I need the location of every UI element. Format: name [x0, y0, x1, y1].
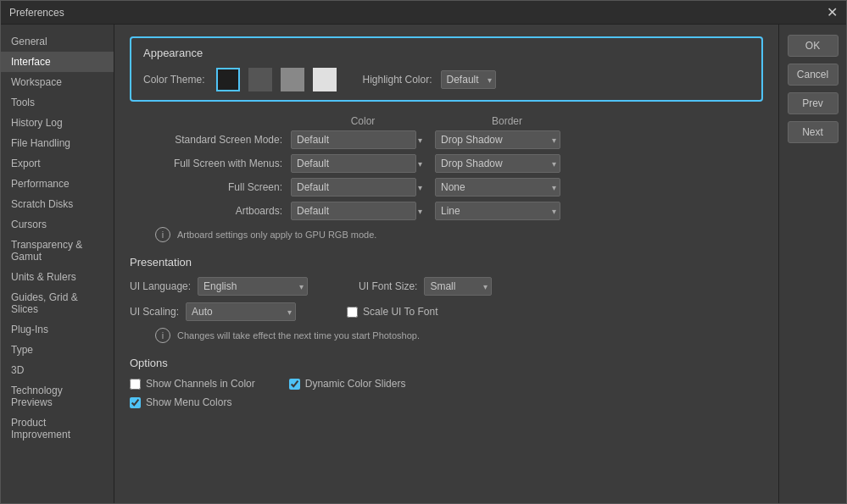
ab-border-select[interactable]: Line	[435, 202, 560, 220]
theme-swatch-light[interactable]	[313, 68, 337, 91]
artboard-info-text: Artboard settings only apply to GPU RGB …	[177, 230, 376, 240]
fsm-color-select[interactable]: Default	[291, 154, 416, 173]
sidebar: General Interface Workspace Tools Histor…	[1, 25, 114, 503]
sidebar-item-export[interactable]: Export	[1, 153, 114, 174]
sidebar-item-workspace[interactable]: Workspace	[1, 72, 114, 92]
row-label-standard: Standard Screen Mode:	[130, 134, 291, 146]
col-header-border: Border	[435, 115, 579, 127]
titlebar: Preferences ✕	[1, 1, 846, 25]
table-row: Full Screen with Menus: Default Drop Sha…	[130, 154, 763, 173]
fs-color-wrapper: Default	[291, 178, 426, 197]
close-button[interactable]: ✕	[827, 4, 838, 20]
ui-language-wrapper: English	[198, 277, 308, 296]
sidebar-item-type[interactable]: Type	[1, 340, 114, 360]
cancel-button[interactable]: Cancel	[788, 64, 839, 86]
dynamic-sliders-checkbox[interactable]	[289, 379, 300, 390]
scale-ui-label: Scale UI To Font	[363, 306, 438, 318]
fs-border-select[interactable]: None	[435, 178, 560, 197]
theme-swatch-mid-light[interactable]	[281, 68, 304, 91]
color-theme-label: Color Theme:	[143, 74, 204, 86]
fsm-border-select[interactable]: Drop Shadow	[435, 154, 560, 173]
sidebar-item-scratch-disks[interactable]: Scratch Disks	[1, 194, 114, 214]
theme-swatch-mid-dark[interactable]	[248, 68, 272, 91]
table-row: Artboards: Default Line	[130, 202, 763, 220]
row-label-fullscreen: Full Screen:	[130, 181, 291, 193]
dynamic-sliders-option: Dynamic Color Sliders	[289, 378, 406, 390]
fs-color-select[interactable]: Default	[291, 178, 416, 197]
ab-color-wrapper: Default	[291, 202, 426, 220]
ui-language-label: UI Language:	[130, 280, 191, 292]
show-channels-label: Show Channels in Color	[146, 378, 255, 390]
sidebar-item-units-rulers[interactable]: Units & Rulers	[1, 267, 114, 287]
ui-language-select[interactable]: English	[198, 277, 308, 296]
options-title: Options	[130, 357, 763, 369]
show-channels-checkbox[interactable]	[130, 379, 141, 390]
standard-border-select[interactable]: Drop Shadow	[435, 130, 560, 149]
sidebar-item-transparency-gamut[interactable]: Transparency & Gamut	[1, 235, 114, 267]
sidebar-item-history-log[interactable]: History Log	[1, 113, 114, 133]
fsm-color-wrapper: Default	[291, 154, 426, 173]
theme-swatch-dark[interactable]	[216, 68, 240, 91]
sidebar-item-file-handling[interactable]: File Handling	[1, 133, 114, 153]
standard-color-select[interactable]: Default	[291, 130, 416, 149]
presentation-section: Presentation UI Language: English UI Fon…	[130, 256, 763, 343]
sidebar-item-3d[interactable]: 3D	[1, 360, 114, 380]
window-title: Preferences	[9, 7, 64, 19]
presentation-info-icon: i	[155, 328, 170, 343]
sidebar-item-tech-previews[interactable]: Technology Previews	[1, 380, 114, 413]
sidebar-item-cursors[interactable]: Cursors	[1, 214, 114, 235]
sidebar-item-interface[interactable]: Interface	[1, 52, 114, 72]
artboard-info-row: i Artboard settings only apply to GPU RG…	[155, 227, 763, 242]
content-area: General Interface Workspace Tools Histor…	[1, 25, 846, 503]
highlight-color-select[interactable]: Default	[441, 70, 496, 89]
info-icon: i	[155, 227, 170, 242]
row-label-fullscreen-menus: Full Screen with Menus:	[130, 158, 291, 169]
sidebar-item-performance[interactable]: Performance	[1, 174, 114, 194]
scale-ui-checkbox[interactable]	[347, 307, 358, 318]
highlight-color-label: Highlight Color:	[362, 74, 432, 86]
screen-mode-section: Color Border Standard Screen Mode: Defau…	[130, 115, 763, 242]
options-row-2: Show Menu Colors	[130, 396, 763, 408]
col-header-color: Color	[291, 115, 435, 127]
main-content: Appearance Color Theme: Highlight Color:…	[114, 25, 778, 503]
sidebar-item-product-improvement[interactable]: Product Improvement	[1, 413, 114, 445]
fs-border-wrapper: None	[435, 178, 560, 197]
sidebar-item-general[interactable]: General	[1, 31, 114, 52]
appearance-title: Appearance	[143, 47, 749, 59]
options-row-1: Show Channels in Color Dynamic Color Sli…	[130, 378, 763, 390]
ab-color-select[interactable]: Default	[291, 202, 416, 220]
show-channels-option: Show Channels in Color	[130, 378, 255, 390]
preferences-window: Preferences ✕ General Interface Workspac…	[0, 0, 847, 504]
presentation-info-row: i Changes will take effect the next time…	[155, 328, 763, 343]
highlight-color-wrapper: Default	[441, 70, 496, 89]
color-theme-row: Color Theme: Highlight Color: Default	[143, 68, 749, 91]
sidebar-item-tools[interactable]: Tools	[1, 92, 114, 113]
row-label-artboards: Artboards:	[130, 205, 291, 217]
options-section: Options Show Channels in Color Dynamic C…	[130, 357, 763, 408]
dynamic-sliders-label: Dynamic Color Sliders	[305, 378, 406, 390]
ok-button[interactable]: OK	[788, 35, 839, 57]
table-header-row: Color Border	[130, 115, 763, 127]
ui-font-size-label: UI Font Size:	[359, 280, 417, 292]
sidebar-item-guides[interactable]: Guides, Grid & Slices	[1, 287, 114, 319]
fsm-border-wrapper: Drop Shadow	[435, 154, 560, 173]
ui-font-size-select[interactable]: Small	[424, 277, 492, 296]
show-menu-colors-option: Show Menu Colors	[130, 396, 231, 408]
standard-color-wrapper: Default	[291, 130, 426, 149]
show-menu-colors-checkbox[interactable]	[130, 397, 141, 408]
ui-scaling-wrapper: Auto	[186, 302, 296, 321]
prev-button[interactable]: Prev	[788, 92, 839, 114]
ui-font-size-wrapper: Small	[424, 277, 492, 296]
sidebar-item-plugins[interactable]: Plug-Ins	[1, 319, 114, 340]
ui-scaling-select[interactable]: Auto	[186, 302, 296, 321]
table-row: Full Screen: Default None	[130, 178, 763, 197]
presentation-info-text: Changes will take effect the next time y…	[177, 330, 420, 341]
show-menu-colors-label: Show Menu Colors	[146, 396, 231, 408]
ab-border-wrapper: Line	[435, 202, 560, 220]
standard-border-wrapper: Drop Shadow	[435, 130, 560, 149]
presentation-title: Presentation	[130, 256, 763, 269]
next-button[interactable]: Next	[788, 121, 839, 143]
table-row: Standard Screen Mode: Default Drop Shado…	[130, 130, 763, 149]
buttons-panel: OK Cancel Prev Next	[778, 25, 846, 503]
appearance-section: Appearance Color Theme: Highlight Color:…	[130, 36, 763, 102]
